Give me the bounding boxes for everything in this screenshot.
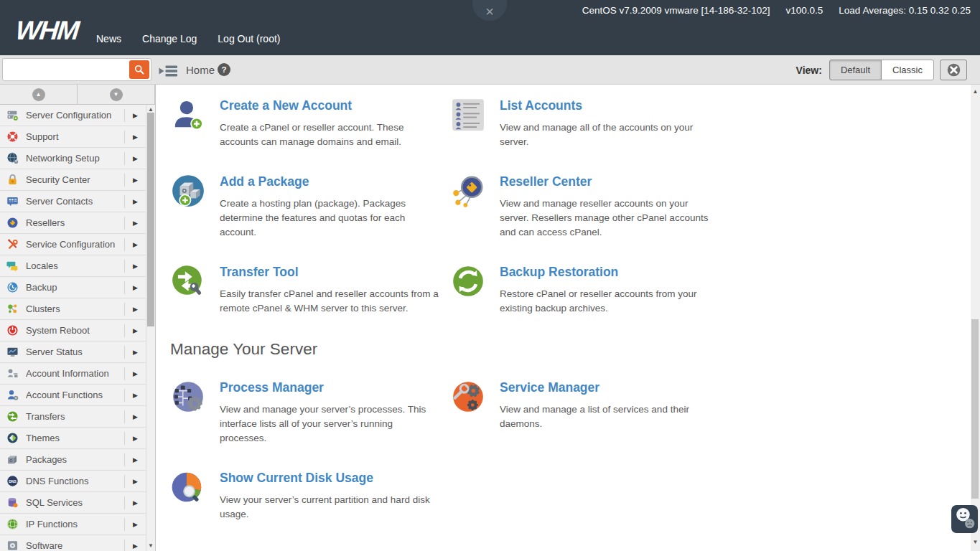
transfer-tool-icon[interactable]	[170, 263, 206, 299]
feature-link-transfer-tool[interactable]: Transfer Tool	[220, 265, 299, 279]
os-info: CentOS v7.9.2009 vmware [14-186-32-102]	[582, 5, 770, 16]
sidebar-item-server-contacts[interactable]: Server Contacts▶	[0, 191, 146, 212]
page-scrollbar[interactable]: ▲ ▼	[971, 85, 980, 551]
top-navbar: × WHM NewsChange LogLog Out (root) CentO…	[0, 0, 980, 55]
software-icon	[6, 540, 19, 551]
chevron-right-icon: ▶	[125, 241, 146, 248]
feature-link-backup-restoration[interactable]: Backup Restoration	[500, 265, 618, 279]
create-account-icon[interactable]	[170, 97, 206, 133]
sidebar-item-label: DNS Functions	[26, 476, 124, 486]
sidebar-item-clusters[interactable]: Clusters▶	[0, 298, 146, 320]
sidebar-item-account-information[interactable]: Account Information▶	[0, 363, 146, 385]
feature-link-list-accounts[interactable]: List Accounts	[500, 98, 582, 113]
feedback-widget[interactable]	[951, 505, 978, 533]
arrow-down-icon: ▼	[110, 88, 123, 101]
page-scrollbar-thumb[interactable]	[971, 319, 979, 499]
sidebar-item-locales[interactable]: Locales▶	[0, 255, 146, 277]
sidebar-item-security-center[interactable]: Security Center▶	[0, 169, 146, 191]
feature-description: View and manage your server’s processes.…	[220, 402, 439, 446]
view-button-classic[interactable]: Classic	[881, 60, 934, 80]
disk-usage-icon[interactable]	[170, 469, 206, 505]
feature-link-show-current-disk-usage[interactable]: Show Current Disk Usage	[220, 471, 373, 485]
sidebar-item-networking-setup[interactable]: Networking Setup▶	[0, 148, 146, 169]
backup-restoration-icon[interactable]	[450, 263, 486, 299]
sidebar-item-system-reboot[interactable]: System Reboot▶	[0, 320, 146, 342]
sidebar-scrollbar[interactable]: ▲ ▼	[146, 105, 155, 551]
chevron-right-icon: ▶	[125, 263, 146, 270]
nav-link-news[interactable]: News	[96, 33, 121, 44]
chevron-right-icon: ▶	[125, 306, 146, 313]
feature-description: View and manage reseller accounts on you…	[500, 197, 719, 240]
view-button-default[interactable]: Default	[829, 60, 882, 80]
feature-grid: Create a New AccountCreate a cPanel or r…	[170, 97, 766, 316]
scrollbar-up-icon[interactable]: ▲	[146, 106, 155, 113]
sidebar-item-label: Locales	[26, 260, 124, 271]
sidebar-item-dns-functions[interactable]: DNSDNS Functions▶	[0, 471, 146, 492]
help-icon[interactable]: ?	[218, 63, 230, 76]
sidebar-item-service-configuration[interactable]: Service Configuration▶	[0, 234, 146, 255]
view-label: View:	[796, 65, 822, 76]
feature-link-service-manager[interactable]: Service Manager	[500, 380, 599, 395]
svg-text:DNS: DNS	[9, 480, 17, 484]
sidebar-item-label: Networking Setup	[26, 153, 124, 164]
service-manager-icon[interactable]	[450, 379, 486, 415]
chevron-right-icon: ▶	[125, 370, 146, 377]
sidebar-item-label: Clusters	[26, 303, 124, 314]
chevron-right-icon: ▶	[125, 112, 146, 119]
networking-setup-icon	[6, 152, 19, 164]
sidebar-item-ip-functions[interactable]: IP Functions▶	[0, 514, 146, 535]
search-button[interactable]	[129, 60, 149, 79]
feature-create-a-new-account: Create a New AccountCreate a cPanel or r…	[170, 97, 450, 149]
chevron-right-icon: ▶	[125, 478, 146, 485]
feature-link-reseller-center[interactable]: Reseller Center	[500, 174, 592, 189]
feature-link-create-a-new-account[interactable]: Create a New Account	[220, 98, 352, 113]
feature-transfer-tool: Transfer ToolEasily transfer cPanel and …	[170, 263, 450, 316]
sidebar-item-transfers[interactable]: Transfers▶	[0, 406, 146, 428]
nav-link-log-out-root[interactable]: Log Out (root)	[218, 33, 280, 44]
reseller-center-icon[interactable]	[450, 173, 486, 209]
feature-service-manager: Service ManagerView and manage a list of…	[450, 379, 766, 446]
sidebar-item-label: Server Contacts	[26, 196, 124, 207]
add-package-icon[interactable]	[170, 173, 206, 209]
layout-tool-button[interactable]	[940, 60, 967, 80]
clusters-icon	[6, 303, 19, 315]
close-icon[interactable]: ×	[472, 0, 507, 21]
server-configuration-icon	[6, 109, 19, 121]
sidebar-item-label: Packages	[26, 454, 124, 465]
breadcrumb-home[interactable]: Home	[186, 64, 215, 76]
sidebar-item-support[interactable]: Support▶	[0, 126, 146, 148]
header-bar: Home ? View: DefaultClassic	[0, 55, 980, 85]
close-glyph: ×	[485, 4, 494, 21]
process-manager-icon[interactable]	[170, 379, 206, 415]
sidebar-item-label: Support	[26, 131, 124, 142]
sidebar-item-server-configuration[interactable]: Server Configuration▶	[0, 105, 146, 126]
nav-link-change-log[interactable]: Change Log	[142, 33, 197, 44]
sidebar-item-server-status[interactable]: Server Status▶	[0, 342, 146, 363]
sidebar-item-resellers[interactable]: Resellers▶	[0, 212, 146, 234]
account-functions-icon	[6, 389, 19, 401]
sidebar-item-packages[interactable]: Packages▶	[0, 449, 146, 471]
scrollbar-down-icon[interactable]: ▼	[146, 542, 155, 549]
feature-link-add-a-package[interactable]: Add a Package	[220, 174, 309, 189]
whm-logo[interactable]: WHM	[14, 16, 80, 46]
sidebar-item-label: SQL Services	[26, 497, 124, 508]
sidebar-item-software[interactable]: Software▶	[0, 535, 146, 551]
feature-description: View and manage all of the accounts on y…	[500, 121, 719, 149]
list-accounts-icon[interactable]	[450, 97, 486, 133]
page-scroll-up-icon[interactable]: ▲	[971, 88, 980, 95]
sidebar-item-themes[interactable]: Themes▶	[0, 428, 146, 449]
page-scroll-down-icon[interactable]: ▼	[971, 539, 980, 545]
sidebar-item-label: IP Functions	[26, 519, 124, 529]
sidebar-item-backup[interactable]: Backup▶	[0, 277, 146, 298]
collapse-sidebar-icon[interactable]	[159, 65, 178, 77]
feature-link-process-manager[interactable]: Process Manager	[220, 380, 324, 395]
section-heading-manage-your-server: Manage Your Server	[170, 340, 766, 359]
sidebar-scroll-up-button[interactable]: ▲	[0, 85, 78, 104]
sidebar-item-account-functions[interactable]: Account Functions▶	[0, 385, 146, 406]
server-contacts-icon	[6, 195, 19, 207]
account-information-icon	[6, 367, 19, 380]
sidebar-scroll-down-button[interactable]: ▼	[78, 85, 155, 104]
sidebar-scrollbar-thumb[interactable]	[147, 113, 154, 326]
sidebar-item-sql-services[interactable]: SQL Services▶	[0, 492, 146, 514]
packages-icon	[6, 453, 19, 466]
